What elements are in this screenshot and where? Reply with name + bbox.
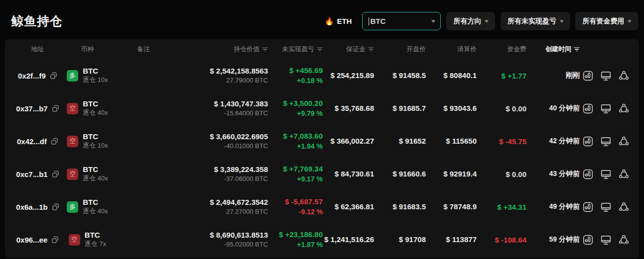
address-link[interactable]: 0x2f...f9 bbox=[18, 72, 46, 80]
header-coin-label: 币种 bbox=[81, 45, 94, 54]
coin-name: BTC bbox=[83, 132, 108, 142]
table-row: 0x2f...f9 多 BTC 逐仓 10x $ 2,542,158.8563 … bbox=[14, 59, 630, 92]
coin-name: BTC bbox=[85, 231, 106, 240]
unrealized-pnl-usd: $ +23,186.80 bbox=[279, 230, 323, 240]
margin-mode-leverage: 逐仓 40x bbox=[83, 207, 108, 216]
header-position-value[interactable]: 持仓价值 bbox=[173, 45, 268, 54]
address-link[interactable]: 0x37...b7 bbox=[16, 104, 47, 113]
header-unrealized-pnl[interactable]: 未实现盈亏 bbox=[268, 45, 323, 54]
position-amount-btc: -37.06000 BTC bbox=[224, 174, 268, 183]
analysis-chart-icon[interactable] bbox=[582, 70, 594, 82]
analysis-chart-icon[interactable] bbox=[582, 201, 594, 213]
table-header-row: 地址 币种 备注 持仓价值 未实现盈亏 保证金 开盘价 清算价 资金费 创建时间 bbox=[14, 39, 630, 59]
margin-mode-leverage: 逐仓 10x bbox=[83, 76, 108, 85]
header-liquidation-price-label: 清算价 bbox=[457, 45, 477, 54]
copy-icon[interactable] bbox=[52, 105, 59, 112]
hot-coin-label: ETH bbox=[337, 17, 352, 25]
pnl-filter-label: 所有未实现盈亏 bbox=[508, 17, 556, 26]
copy-icon[interactable] bbox=[52, 203, 59, 211]
header-address: 地址 bbox=[14, 45, 61, 54]
header-position-value-label: 持仓价值 bbox=[234, 45, 259, 54]
unrealized-pnl-usd: $ -5,687.57 bbox=[285, 197, 323, 207]
sort-icon[interactable] bbox=[262, 47, 268, 52]
copy-icon[interactable] bbox=[51, 138, 58, 145]
funding-fee: $ +1.77 bbox=[502, 72, 526, 80]
liquidation-price: $ 113877 bbox=[446, 235, 477, 245]
created-time: 49 分钟前 bbox=[549, 202, 580, 211]
address-link[interactable]: 0xc7...b1 bbox=[16, 170, 47, 178]
coin-select[interactable]: BTC ▾ bbox=[362, 12, 441, 30]
address-link[interactable]: 0x6a...1b bbox=[16, 203, 47, 211]
positions-table: 地址 币种 备注 持仓价值 未实现盈亏 保证金 开盘价 清算价 资金费 创建时间… bbox=[5, 39, 639, 258]
copy-icon[interactable] bbox=[52, 171, 59, 178]
header-margin[interactable]: 保证金 bbox=[323, 45, 374, 54]
header-note-label: 备注 bbox=[137, 45, 150, 54]
monitor-icon[interactable] bbox=[600, 70, 612, 82]
share-network-icon[interactable] bbox=[618, 136, 630, 147]
margin-mode-leverage: 逐仓 7x bbox=[85, 240, 106, 249]
funding-fee: $ -108.64 bbox=[495, 236, 526, 244]
share-network-icon[interactable] bbox=[618, 169, 630, 180]
monitor-icon[interactable] bbox=[600, 234, 612, 246]
share-network-icon[interactable] bbox=[618, 70, 630, 82]
header-funding-fee: 资金费 bbox=[477, 45, 526, 54]
unrealized-pnl-percent: +9.79 % bbox=[297, 109, 323, 118]
open-price: $ 91683.5 bbox=[392, 202, 426, 212]
analysis-chart-icon[interactable] bbox=[582, 103, 594, 114]
created-time: 59 分钟前 bbox=[549, 235, 580, 244]
chevron-down-icon: ▾ bbox=[431, 18, 435, 24]
header-note: 备注 bbox=[114, 45, 173, 54]
unrealized-pnl-percent: +9.17 % bbox=[297, 174, 323, 184]
margin-mode-leverage: 逐仓 40x bbox=[83, 174, 108, 183]
header-address-label: 地址 bbox=[31, 45, 44, 54]
pnl-filter-button[interactable]: 所有未实现盈亏 ▾ bbox=[501, 12, 570, 30]
position-amount-btc: -15.64000 BTC bbox=[224, 109, 268, 118]
monitor-icon[interactable] bbox=[600, 103, 612, 114]
share-network-icon[interactable] bbox=[618, 234, 630, 246]
monitor-icon[interactable] bbox=[600, 169, 612, 180]
margin-mode-leverage: 逐仓 40x bbox=[83, 108, 108, 117]
direction-filter-label: 所有方向 bbox=[453, 17, 481, 26]
sort-icon[interactable] bbox=[317, 47, 323, 52]
side-badge: 多 bbox=[67, 70, 78, 82]
address-link[interactable]: 0x96...ee bbox=[16, 236, 48, 244]
funding-filter-button[interactable]: 所有资金费用 ▾ bbox=[575, 12, 638, 30]
position-value-usd: $ 8,690,613.8513 bbox=[210, 230, 268, 240]
sort-icon[interactable] bbox=[368, 47, 374, 52]
unrealized-pnl-usd: $ +7,769.34 bbox=[283, 164, 323, 174]
unrealized-pnl-usd: $ +7,083.60 bbox=[283, 131, 323, 141]
liquidation-price: $ 92919.4 bbox=[443, 169, 477, 179]
share-network-icon[interactable] bbox=[618, 103, 630, 114]
copy-icon[interactable] bbox=[51, 236, 59, 244]
funding-fee: $ 0.00 bbox=[506, 170, 526, 178]
header-open-price: 开盘价 bbox=[374, 45, 426, 54]
coin-select-value: BTC bbox=[370, 17, 386, 25]
unrealized-pnl-percent: +0.18 % bbox=[297, 76, 323, 86]
header-unrealized-pnl-label: 未实现盈亏 bbox=[282, 45, 314, 54]
position-amount-btc: -95.02000 BTC bbox=[224, 240, 268, 249]
address-link[interactable]: 0x42...df bbox=[17, 137, 47, 146]
margin-mode-leverage: 逐仓 10x bbox=[83, 141, 108, 150]
analysis-chart-icon[interactable] bbox=[582, 136, 594, 147]
monitor-icon[interactable] bbox=[600, 136, 612, 147]
table-row: 0x6a...1b 多 BTC 逐仓 40x $ 2,494,672.3542 … bbox=[14, 190, 630, 223]
direction-filter-button[interactable]: 所有方向 ▾ bbox=[446, 12, 495, 30]
share-network-icon[interactable] bbox=[618, 201, 630, 213]
analysis-chart-icon[interactable] bbox=[582, 169, 594, 180]
liquidation-price: $ 115650 bbox=[446, 136, 477, 146]
sort-icon[interactable] bbox=[574, 47, 580, 52]
funding-fee: $ 0.00 bbox=[506, 104, 526, 113]
funding-filter-label: 所有资金费用 bbox=[582, 17, 624, 26]
monitor-icon[interactable] bbox=[600, 201, 612, 213]
liquidation-price: $ 93043.6 bbox=[443, 103, 477, 113]
position-amount-btc: 27.79000 BTC bbox=[226, 76, 268, 85]
open-price: $ 91652 bbox=[399, 136, 426, 146]
analysis-chart-icon[interactable] bbox=[582, 234, 594, 246]
side-badge: 空 bbox=[67, 103, 78, 114]
unrealized-pnl-percent: +1.87 % bbox=[297, 240, 323, 250]
chevron-down-icon: ▾ bbox=[628, 18, 632, 24]
position-value-usd: $ 3,389,224.358 bbox=[214, 165, 268, 174]
copy-icon[interactable] bbox=[50, 72, 57, 80]
position-amount-btc: -40.01000 BTC bbox=[224, 142, 268, 151]
header-created-time[interactable]: 创建时间 bbox=[526, 45, 580, 54]
